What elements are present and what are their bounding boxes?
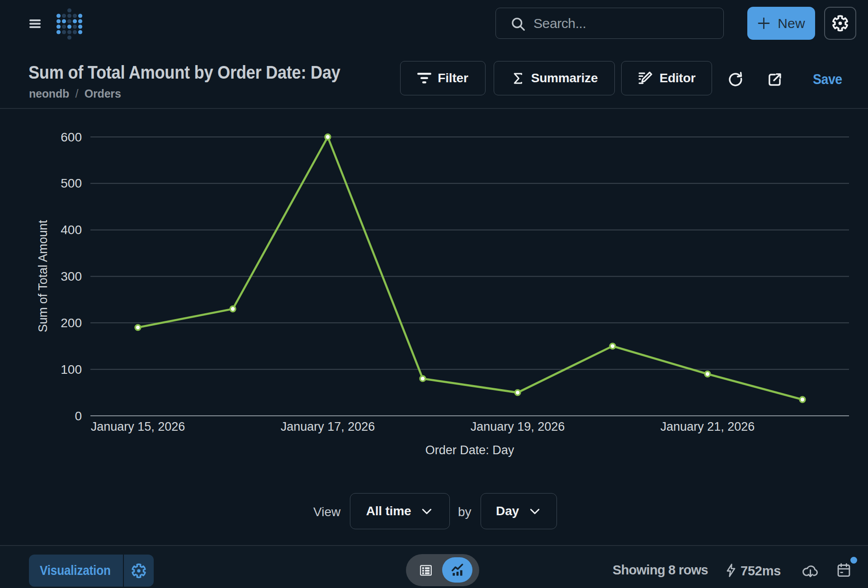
svg-text:January 19, 2026: January 19, 2026 — [471, 420, 565, 433]
svg-text:January 17, 2026: January 17, 2026 — [281, 420, 375, 433]
svg-text:100: 100 — [61, 362, 82, 376]
svg-text:400: 400 — [61, 223, 82, 237]
svg-text:January 15, 2026: January 15, 2026 — [91, 420, 185, 433]
svg-text:500: 500 — [61, 176, 82, 190]
svg-text:January 21, 2026: January 21, 2026 — [660, 420, 755, 433]
svg-text:200: 200 — [61, 316, 82, 330]
svg-text:Order Date: Day: Order Date: Day — [425, 443, 514, 457]
svg-text:300: 300 — [61, 269, 82, 283]
svg-text:600: 600 — [61, 130, 82, 144]
svg-text:Sum of Total Amount: Sum of Total Amount — [36, 220, 50, 332]
svg-text:0: 0 — [75, 409, 82, 423]
